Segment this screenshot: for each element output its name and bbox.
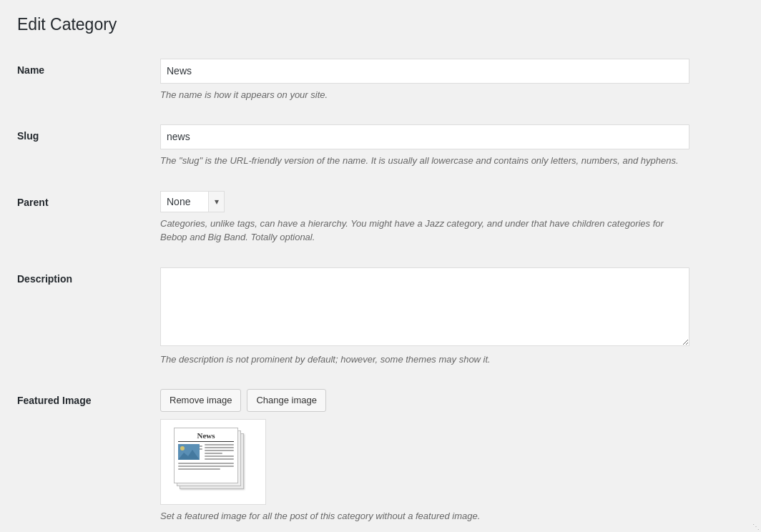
name-row: Name The name is how it appears on your … [17,50,744,117]
newspaper-stack-icon: News [174,428,252,496]
featured-image-buttons: Remove image Change image [160,389,744,412]
parent-description: Categories, unlike tags, can have a hier… [160,217,689,245]
featured-image-cell: Remove image Change image News [160,380,744,532]
parent-select[interactable]: None [161,193,224,210]
paper-line [205,450,234,451]
svg-point-2 [180,446,185,450]
slug-description: The "slug" is the URL-friendly version o… [160,154,689,168]
description-label: Description [17,259,160,381]
paper-front: News [174,428,238,483]
paper-line [205,458,234,460]
parent-select-wrapper[interactable]: None [160,191,225,212]
page-title: Edit Category [17,14,744,36]
paper-title: News [178,431,234,442]
change-image-button[interactable]: Change image [247,389,326,412]
name-label: Name [17,50,160,117]
parent-label: Parent [17,182,160,259]
paper-line [205,447,234,448]
paper-line [178,466,234,467]
slug-row: Slug The "slug" is the URL-friendly vers… [17,116,744,182]
name-description: The name is how it appears on your site. [160,88,689,102]
paper-line [178,463,234,464]
paper-line [205,453,222,454]
description-textarea[interactable] [160,267,689,346]
paper-line [178,468,220,470]
remove-image-button[interactable]: Remove image [160,389,241,412]
featured-image-row: Featured Image Remove image Change image… [17,380,744,532]
name-input[interactable] [160,59,689,84]
slug-label: Slug [17,116,160,182]
description-cell: ⋱ The description is not prominent by de… [160,259,744,381]
featured-image-preview: News [160,419,266,505]
edit-category-form: Name The name is how it appears on your … [17,50,744,532]
slug-cell: The "slug" is the URL-friendly version o… [160,116,744,182]
paper-line [205,455,234,457]
description-description: The description is not prominent by defa… [160,353,689,367]
parent-row: Parent None Categories, unlike tags, can… [17,182,744,259]
featured-image-description: Set a featured image for all the post of… [160,509,689,523]
featured-image-label: Featured Image [17,380,160,532]
slug-input[interactable] [160,124,689,149]
description-row: Description ⋱ The description is not pro… [17,259,744,381]
parent-cell: None Categories, unlike tags, can have a… [160,182,744,259]
paper-image [178,444,200,460]
resize-handle-icon: ⋱ [752,523,760,531]
paper-line [205,444,234,445]
name-cell: The name is how it appears on your site. [160,50,744,117]
